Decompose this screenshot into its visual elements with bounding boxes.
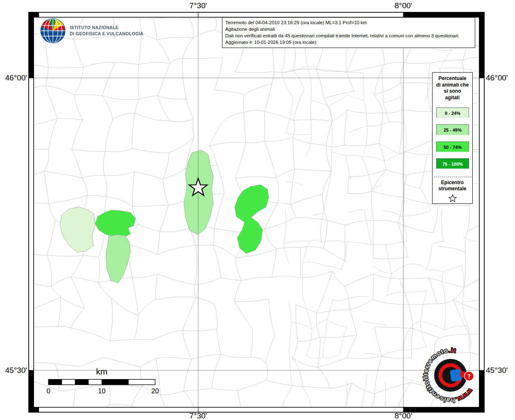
- earthquake-map-page: km 0 10 20 www.hai: [0, 0, 515, 420]
- legend-divider: [434, 177, 472, 177]
- scale-tick-0: 0: [46, 387, 50, 395]
- legend-epicenter-label: Epicentro strumentale: [435, 180, 470, 192]
- lon-label-top-800: 8°00': [385, 1, 422, 10]
- legend-label-75-100: 75 - 100%: [442, 162, 462, 167]
- scale-bar-unit: km: [96, 367, 108, 376]
- event-info-box: Terremoto del 04-04-2010 23:16:29 (ora l…: [222, 17, 475, 48]
- lon-label-bottom-800: 8°00': [385, 411, 422, 420]
- lat-label-left-4600: 46°00': [0, 73, 27, 82]
- event-info-line-3: Dati non verificati estratti da 45 quest…: [225, 32, 472, 39]
- ingv-name: ISTITUTO NAZIONALE DI GEOFISICA E VULCAN…: [70, 25, 144, 37]
- legend-swatch-0-24: 0 - 24%: [436, 107, 469, 118]
- scale-tick-20: 20: [151, 387, 159, 395]
- legend-title: Percentuale di animali che si sono agita…: [436, 75, 469, 101]
- help-bubble-glyph: ?: [467, 373, 471, 379]
- legend-box: Percentuale di animali che si sono agita…: [432, 72, 473, 204]
- legend-label-25-49: 25 - 49%: [443, 128, 461, 132]
- star-outline-icon: [447, 194, 458, 203]
- legend-label-50-74: 50 - 74%: [443, 145, 461, 150]
- lat-label-right-4600: 46°00': [486, 73, 515, 82]
- scale-tick-10: 10: [98, 387, 105, 395]
- legend-swatch-25-49: 25 - 49%: [436, 124, 469, 135]
- ingv-logo: ISTITUTO NAZIONALE DI GEOFISICA E VULCAN…: [39, 17, 195, 46]
- event-info-line-2: Agitazione degli animali: [225, 26, 472, 32]
- lat-label-right-4530: 45°30': [486, 366, 515, 375]
- map-canvas: km 0 10 20 www.hai: [0, 0, 515, 420]
- ingv-globe-icon: [39, 17, 66, 44]
- ingv-name-line-2: DI GEOFISICA E VULCANOLOGIA: [70, 31, 144, 37]
- lat-label-left-4530: 45°30': [0, 366, 27, 375]
- ingv-name-line-1: ISTITUTO NAZIONALE: [70, 25, 144, 31]
- lon-label-bottom-730: 7°30': [180, 411, 217, 420]
- event-info-line-1: Terremoto del 04-04-2010 23:16:29 (ora l…: [225, 19, 472, 26]
- legend-swatch-50-74: 50 - 74%: [436, 142, 469, 152]
- lon-label-top-730: 7°30': [180, 1, 217, 10]
- event-info-line-4: Aggiornato il: 10-01-2026 19:05 (ora loc…: [225, 39, 472, 46]
- legend-swatch-75-100: 75 - 100%: [436, 158, 469, 169]
- legend-label-0-24: 0 - 24%: [445, 111, 460, 116]
